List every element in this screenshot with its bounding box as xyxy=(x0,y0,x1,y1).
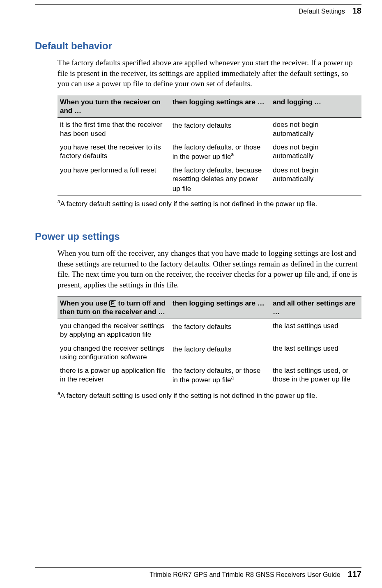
table-cell: the factory defaults xyxy=(170,342,270,364)
table-cell: you changed the receiver settings by app… xyxy=(58,319,170,342)
footer-page-number: 117 xyxy=(348,570,361,579)
body-default-behavior: The factory defaults specified above are… xyxy=(58,57,361,89)
table-header: and logging … xyxy=(270,95,361,118)
table-header: When you turn the receiver on and … xyxy=(58,95,170,118)
table-row: you changed the receiver settings by app… xyxy=(58,319,361,342)
table-cell: does not begin automatically xyxy=(270,140,361,163)
table-power-up-settings: When you use P to turn off and then turn… xyxy=(58,296,361,388)
table-cell: the last settings used xyxy=(270,319,361,342)
table-header: When you use P to turn off and then turn… xyxy=(58,296,170,319)
table-header: then logging settings are … xyxy=(170,296,270,319)
power-button-icon: P xyxy=(109,300,116,307)
footer-doc-title: Trimble R6/R7 GPS and Trimble R8 GNSS Re… xyxy=(150,571,340,579)
footnote-power-up-settings: aA factory default setting is used only … xyxy=(58,390,361,400)
table-cell: the last settings used xyxy=(270,342,361,364)
body-power-up-settings: When you turn off the receiver, any chan… xyxy=(58,248,361,290)
table-row: you changed the receiver settings using … xyxy=(58,342,361,364)
table-row: you have performed a full reset the fact… xyxy=(58,163,361,195)
footnote-default-behavior: aA factory default setting is used only … xyxy=(58,199,361,208)
table-row: there is a power up application file in … xyxy=(58,364,361,387)
table-row: you have reset the receiver to its facto… xyxy=(58,140,361,163)
heading-default-behavior: Default behavior xyxy=(35,40,361,52)
table-cell: you have reset the receiver to its facto… xyxy=(58,140,170,163)
table-cell: the factory defaults xyxy=(170,118,270,140)
heading-power-up-settings: Power up settings xyxy=(35,231,361,242)
table-cell: does not begin automatically xyxy=(270,163,361,195)
header-rule xyxy=(35,4,361,5)
table-header: and all other settings are … xyxy=(270,296,361,319)
table-row: it is the first time that the receiver h… xyxy=(58,118,361,140)
header-chapter-number: 18 xyxy=(352,6,361,16)
table-cell: there is a power up application file in … xyxy=(58,364,170,387)
table-cell: the factory defaults, or those in the po… xyxy=(170,140,270,163)
page-footer: Trimble R6/R7 GPS and Trimble R8 GNSS Re… xyxy=(35,567,361,579)
table-header: then logging settings are … xyxy=(170,95,270,118)
table-default-behavior: When you turn the receiver on and … then… xyxy=(58,95,361,196)
footer-rule xyxy=(35,567,361,568)
table-cell: the factory defaults, or those in the po… xyxy=(170,364,270,387)
table-cell: it is the first time that the receiver h… xyxy=(58,118,170,140)
table-cell: you changed the receiver settings using … xyxy=(58,342,170,364)
header-section-title: Default Settings xyxy=(299,8,345,15)
table-cell: does not begin automatically xyxy=(270,118,361,140)
table-cell: you have performed a full reset xyxy=(58,163,170,195)
table-cell: the last settings used, or those in the … xyxy=(270,364,361,387)
table-cell: the factory defaults xyxy=(170,319,270,342)
page-header: Default Settings 18 xyxy=(35,6,361,28)
table-cell: the factory defaults, because resetting … xyxy=(170,163,270,195)
